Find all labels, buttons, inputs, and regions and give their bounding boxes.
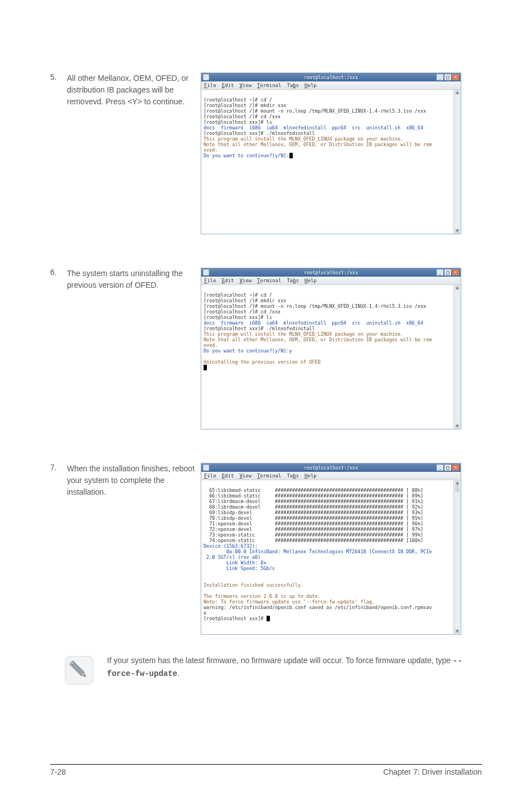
term-line: oved. (204, 147, 218, 153)
term-line: [root@localhost xxx]# ./mlnxofedinstall (204, 131, 315, 136)
terminal-scrollbar[interactable]: ▲ ▼ (453, 285, 461, 429)
terminal-window: root@localhost:/xxx _ □ × File Edit View… (201, 463, 461, 635)
terminal-body[interactable]: [root@localhost ~]# cd / [root@localhost… (201, 90, 461, 234)
menu-terminal[interactable]: Terminal (257, 473, 281, 479)
terminal-body[interactable]: [root@localhost ~]# cd / [root@localhost… (201, 285, 461, 429)
term-line: Uninstalling the previous version of OFE… (204, 359, 321, 365)
terminal-title-text: root@localhost:/xxx (304, 465, 358, 471)
scroll-down-icon[interactable]: ▼ (455, 629, 460, 634)
term-line: [root@localhost /]# cd /xxx (204, 114, 280, 119)
menu-tabs[interactable]: Tabs (287, 278, 299, 283)
term-line: warning: /etc/infiniband/openib.conf sav… (204, 605, 432, 610)
maximize-button[interactable]: □ (444, 269, 451, 276)
menu-tabs[interactable]: Tabs (287, 473, 299, 479)
term-line: Note that all other Mellanox, OEM, OFED,… (204, 337, 432, 342)
term-line: Note: To force firmware update use '--fo… (204, 599, 375, 605)
window-buttons: _ □ × (437, 269, 459, 276)
window-buttons: _ □ × (437, 465, 459, 471)
terminal-titlebar: root@localhost:/xxx _ □ × (201, 73, 461, 81)
page-footer: 7-28 Chapter 7: Driver installation (50, 764, 482, 776)
step-screenshot: root@localhost:/xxx _ □ × File Edit View… (201, 73, 482, 234)
menu-edit[interactable]: Edit (222, 473, 234, 479)
close-button[interactable]: × (452, 269, 459, 276)
menu-help[interactable]: Help (304, 473, 317, 479)
term-line: 72:opensm-devel ########################… (204, 526, 423, 532)
terminal-title-icon (203, 269, 209, 276)
maximize-button[interactable]: □ (444, 74, 451, 80)
menu-view[interactable]: View (239, 473, 252, 479)
menu-file[interactable]: File (204, 278, 216, 283)
terminal-menubar: File Edit View Terminal Tabs Help (201, 277, 461, 285)
scroll-up-icon[interactable]: ▲ (455, 286, 460, 290)
term-line: [root@localhost /]# mkdir xxx (204, 103, 286, 108)
terminal-menubar: File Edit View Terminal Tabs Help (201, 81, 461, 90)
term-line: 74:opensm-static #######################… (204, 538, 423, 543)
pencil-note-icon (64, 655, 95, 686)
menu-terminal[interactable]: Terminal (257, 83, 281, 88)
note-text-a: If your system has the latest firmware, … (107, 656, 453, 665)
footer-chapter-title: Chapter 7: Driver installation (383, 767, 482, 776)
menu-edit[interactable]: Edit (222, 83, 234, 88)
terminal-title-text: root@localhost:/xxx (304, 270, 358, 276)
term-line: docs firmware i686 ia64 mlnxofedinstall … (204, 320, 423, 326)
menu-view[interactable]: View (239, 83, 252, 88)
terminal-titlebar: root@localhost:/xxx _ □ × (201, 268, 461, 277)
term-line: Installation finished successfully. (204, 582, 303, 588)
note-block: If your system has the latest firmware, … (50, 655, 482, 686)
term-line: The firmware version 2.6.0 is up to date… (204, 593, 321, 599)
minimize-button[interactable]: _ (437, 74, 443, 80)
minimize-button[interactable]: _ (437, 269, 443, 276)
menu-help[interactable]: Help (304, 278, 317, 283)
step-description: When the installation finishes, reboot y… (67, 463, 201, 498)
term-line: This program will install the MLNX_OFED_… (204, 331, 403, 337)
scroll-up-icon[interactable]: ▲ (455, 481, 460, 485)
term-line: [root@localhost xxx]# ls (204, 119, 272, 125)
scroll-up-icon[interactable]: ▲ (455, 90, 460, 95)
terminal-title-text: root@localhost:/xxx (304, 75, 358, 80)
step-number: 5. (50, 73, 67, 81)
close-button[interactable]: × (452, 74, 459, 80)
terminal-title-icon (203, 74, 209, 80)
step-7: 7. When the installation finishes, reboo… (50, 463, 482, 635)
term-line: [root@localhost ~]# cd / (204, 292, 272, 298)
term-line: e (204, 610, 206, 616)
term-line: 67:librdmacm-devel #####################… (204, 499, 423, 504)
minimize-button[interactable]: _ (437, 465, 443, 471)
terminal-menubar: File Edit View Terminal Tabs Help (201, 472, 461, 480)
menu-terminal[interactable]: Terminal (257, 278, 281, 283)
term-line: 69:libsdp-devel ########################… (204, 510, 423, 515)
term-line: 70:libsdp-devel ########################… (204, 515, 423, 521)
terminal-scrollbar[interactable]: ▲ ▼ (453, 480, 461, 634)
term-line: 73:opensm-static #######################… (204, 532, 423, 538)
terminal-body[interactable]: 65:libibmad-static #####################… (201, 480, 461, 634)
menu-edit[interactable]: Edit (222, 278, 234, 283)
close-button[interactable]: × (452, 465, 459, 471)
menu-file[interactable]: File (204, 473, 216, 479)
term-line: [root@localhost /]# mount -o ro,loop /tm… (204, 303, 426, 309)
note-text: If your system has the latest firmware, … (107, 655, 482, 680)
scroll-down-icon[interactable]: ▼ (455, 424, 460, 428)
term-line: [root@localhost /]# mkdir xxx (204, 298, 286, 303)
term-line: [root@localhost xxx]# ./mlnxofedinstall (204, 326, 315, 331)
term-line: 71:opensm-devel ########################… (204, 521, 423, 526)
step-screenshot: root@localhost:/xxx _ □ × File Edit View… (201, 268, 482, 429)
term-line: oved. (204, 342, 218, 348)
terminal-scrollbar[interactable]: ▲ ▼ (453, 90, 461, 234)
maximize-button[interactable]: □ (444, 465, 451, 471)
terminal-window: root@localhost:/xxx _ □ × File Edit View… (201, 268, 461, 429)
scroll-down-icon[interactable]: ▼ (455, 229, 460, 233)
scroll-thumb[interactable] (455, 485, 460, 492)
term-line: Device (15b3:6732): (204, 543, 258, 549)
step-number: 6. (50, 268, 67, 277)
step-description: All other Mellanox, OEM, OFED, or distri… (67, 73, 201, 108)
menu-file[interactable]: File (204, 83, 216, 88)
footer-page-number: 7-28 (50, 767, 66, 776)
term-line: This program will install the MLNX_OFED_… (204, 136, 403, 142)
menu-tabs[interactable]: Tabs (287, 83, 299, 88)
step-number: 7. (50, 463, 67, 472)
term-line: Link Width: 8x (204, 560, 267, 566)
term-line: [root@localhost ~]# cd / (204, 97, 272, 103)
menu-help[interactable]: Help (304, 83, 317, 88)
menu-view[interactable]: View (239, 278, 252, 283)
window-buttons: _ □ × (437, 74, 459, 80)
